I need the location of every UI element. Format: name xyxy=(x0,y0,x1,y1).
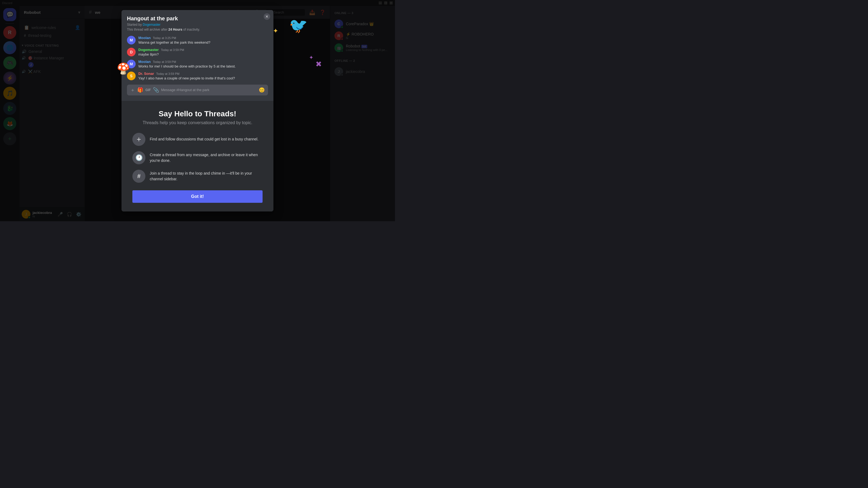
thread-avatar-dogemaster: D xyxy=(127,48,135,56)
thread-msg-text-4: Yay! I also have a couple of new people … xyxy=(138,76,235,80)
threads-feature-icon-1: + xyxy=(132,133,145,146)
threads-intro-title: Say Hello to Threads! xyxy=(132,109,262,118)
thread-messages: M Moolan Today at 3:25 PM Wanna get toge… xyxy=(127,36,268,80)
thread-msg-4: S Dr. Sonar Today at 3:59 PM Yay! I also… xyxy=(127,72,268,80)
thread-title: Hangout at the park xyxy=(127,15,268,22)
thread-msg-time-3: Today at 3:59 PM xyxy=(153,60,176,63)
thread-msg-header-2: Dogemaster Today at 3:59 PM xyxy=(138,48,184,52)
modal-overlay: ✕ Hangout at the park Started by Dogemas… xyxy=(0,0,395,221)
threads-feature-text-2: Create a thread from any message, and ar… xyxy=(150,152,262,163)
threads-intro-subtitle: Threads help you keep conversations orga… xyxy=(132,120,262,125)
crosshair-decoration: ✖ xyxy=(315,60,322,69)
thread-msg-header-3: Moolan Today at 3:59 PM xyxy=(138,60,236,64)
thread-input-placeholder: Message #Hangout at the park xyxy=(161,88,209,92)
threads-intro-panel: Say Hello to Threads! Threads help you k… xyxy=(122,101,273,212)
thread-msg-content-3: Moolan Today at 3:59 PM Works for me! I … xyxy=(138,60,236,68)
sticker-icon[interactable]: 📎 xyxy=(153,87,159,93)
thread-msg-text-3: Works for me! I should be done with prac… xyxy=(138,64,236,68)
thread-msg-1: M Moolan Today at 3:25 PM Wanna get toge… xyxy=(127,36,268,44)
threads-feature-text-3: Join a thread to stay in the loop and ch… xyxy=(150,170,262,182)
star-decoration: ✦ xyxy=(273,27,278,35)
thread-msg-author-3: Moolan xyxy=(138,60,151,64)
archive-time-strong: 24 Hours xyxy=(168,28,182,31)
threads-feature-1: + Find and follow discussions that could… xyxy=(132,133,262,146)
threads-feature-2: 🕐 Create a thread from any message, and … xyxy=(132,151,262,164)
thread-msg-time-4: Today at 3:59 PM xyxy=(156,72,180,75)
thread-msg-2: D Dogemaster Today at 3:59 PM maybe 8pm? xyxy=(127,48,268,56)
thread-msg-time-1: Today at 3:25 PM xyxy=(153,36,176,40)
thread-msg-content-4: Dr. Sonar Today at 3:59 PM Yay! I also h… xyxy=(138,72,235,80)
thread-msg-header-1: Moolan Today at 3:25 PM xyxy=(138,36,210,40)
gif-icon[interactable]: GIF xyxy=(145,88,151,92)
thread-archive-notice: This thread will archive after 24 Hours … xyxy=(127,28,268,31)
archive-prefix: This thread will archive after xyxy=(127,28,167,31)
thread-msg-author-4: Dr. Sonar xyxy=(138,72,154,76)
got-it-button[interactable]: Got it! xyxy=(132,190,262,203)
mushroom-decoration: 🍄 xyxy=(117,62,130,75)
thread-message-input[interactable]: Message #Hangout at the park xyxy=(161,88,257,92)
thread-msg-content-2: Dogemaster Today at 3:59 PM maybe 8pm? xyxy=(138,48,184,56)
thread-started-by-link[interactable]: Dogemaster xyxy=(143,23,160,27)
archive-suffix: of inactivity. xyxy=(183,28,200,31)
emoji-icon[interactable]: 😊 xyxy=(259,87,265,93)
thread-msg-text-2: maybe 8pm? xyxy=(138,52,184,56)
thread-close-button[interactable]: ✕ xyxy=(264,13,270,20)
star-2-decoration: ✦ xyxy=(309,54,314,61)
thread-input-bar: ＋ 🎁 GIF 📎 Message #Hangout at the park 😊 xyxy=(127,85,268,95)
threads-feature-list: + Find and follow discussions that could… xyxy=(132,133,262,183)
thread-started-by-label: Started by xyxy=(127,23,142,27)
threads-feature-3: # Join a thread to stay in the loop and … xyxy=(132,170,262,183)
thread-preview: ✕ Hangout at the park Started by Dogemas… xyxy=(122,10,273,101)
thread-msg-content-1: Moolan Today at 3:25 PM Wanna get togeth… xyxy=(138,36,210,44)
thread-avatar-moolan-1: M xyxy=(127,36,135,44)
threads-feature-text-1: Find and follow discussions that could g… xyxy=(150,136,258,142)
threads-modal: ✕ Hangout at the park Started by Dogemas… xyxy=(122,10,273,212)
thread-msg-time-2: Today at 3:59 PM xyxy=(161,48,184,52)
thread-msg-3: M Moolan Today at 3:59 PM Works for me! … xyxy=(127,60,268,68)
gift-icon[interactable]: 🎁 xyxy=(137,87,143,93)
add-attachment-icon[interactable]: ＋ xyxy=(130,87,135,93)
thread-msg-author-2: Dogemaster xyxy=(138,48,159,52)
thread-msg-author-1: Moolan xyxy=(138,36,151,40)
thread-meta: Started by Dogemaster xyxy=(127,23,268,27)
threads-feature-icon-2: 🕐 xyxy=(132,151,145,164)
bird-decoration: 🐦 xyxy=(288,14,310,35)
thread-msg-text-1: Wanna get together at the park this week… xyxy=(138,40,210,44)
threads-feature-icon-3: # xyxy=(132,170,145,183)
thread-msg-header-4: Dr. Sonar Today at 3:59 PM xyxy=(138,72,235,76)
